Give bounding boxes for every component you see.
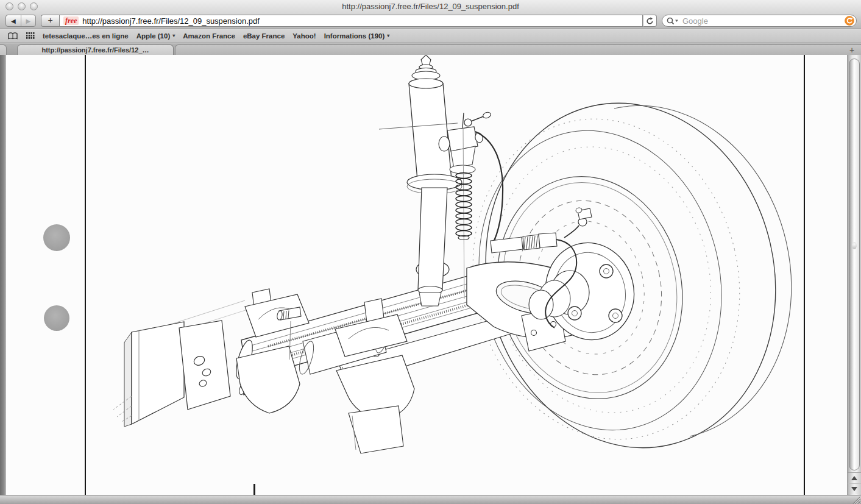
shock-absorber xyxy=(407,55,462,306)
address-bar[interactable]: free http://passionj7.free.fr/Files/12_0… xyxy=(59,15,643,27)
chassis-mounting xyxy=(113,300,247,427)
bookmarks-bar: tetesaclaque…es en ligne Apple (10) ▾ Am… xyxy=(0,29,861,43)
bookmark-item-ebay-france[interactable]: eBay France xyxy=(243,32,285,40)
window-controls xyxy=(5,2,38,10)
address-url: http://passionj7.free.fr/Files/12_09_sus… xyxy=(82,16,260,26)
search-icon xyxy=(667,17,679,25)
grid-icon xyxy=(26,32,35,39)
bookmark-item-amazon-france[interactable]: Amazon France xyxy=(183,32,235,40)
toolbar: ◀ ▶ + free http://passionj7.free.fr/File… xyxy=(0,13,861,29)
status-bar xyxy=(0,495,861,504)
reload-button[interactable] xyxy=(643,15,657,27)
bookmark-item-tetesaclaque[interactable]: tetesaclaque…es en ligne xyxy=(43,32,129,40)
bookmark-folder-apple[interactable]: Apple (10) ▾ xyxy=(136,32,175,40)
search-input[interactable]: Google xyxy=(662,15,857,27)
browser-window: http://passionj7.free.fr/Files/12_09_sus… xyxy=(0,0,861,504)
title-bar: http://passionj7.free.fr/Files/12_09_sus… xyxy=(0,0,861,13)
scroll-down-button[interactable] xyxy=(848,483,861,494)
zoom-button[interactable] xyxy=(30,2,38,10)
scroll-up-button[interactable] xyxy=(848,472,861,483)
address-group: + free http://passionj7.free.fr/Files/12… xyxy=(41,15,657,27)
snapback-icon[interactable] xyxy=(845,16,854,26)
show-all-bookmarks-button[interactable] xyxy=(7,32,18,40)
window-title: http://passionj7.free.fr/Files/12_09_sus… xyxy=(55,0,806,13)
search-placeholder: Google xyxy=(682,16,842,26)
book-icon xyxy=(7,32,18,40)
viewport-left-edge xyxy=(0,55,6,495)
scrollbar-thumb[interactable] xyxy=(849,59,860,470)
bookmark-item-yahoo[interactable]: Yahoo! xyxy=(292,32,316,40)
add-bookmark-button[interactable]: + xyxy=(41,15,59,27)
forward-button[interactable]: ▶ xyxy=(21,15,36,26)
pdf-viewport xyxy=(0,55,861,495)
top-sites-button[interactable] xyxy=(26,32,35,39)
new-tab-button[interactable]: + xyxy=(846,45,857,55)
minimize-button[interactable] xyxy=(18,2,26,10)
close-button[interactable] xyxy=(5,2,13,10)
reload-icon xyxy=(646,17,654,25)
bookmark-folder-informations[interactable]: Informations (190) ▾ xyxy=(324,32,390,40)
back-button[interactable]: ◀ xyxy=(6,15,21,26)
suspension-drawing xyxy=(6,55,847,495)
site-favicon: free xyxy=(63,16,79,25)
history-nav-group: ◀ ▶ xyxy=(5,15,36,27)
vertical-scrollbar[interactable] xyxy=(847,55,861,495)
resize-grip[interactable] xyxy=(852,496,860,504)
chevron-down-icon: ▾ xyxy=(387,33,389,38)
chevron-down-icon: ▾ xyxy=(172,33,175,38)
tab-edge-stub xyxy=(0,44,7,55)
tab-active[interactable]: http://passionj7.free.fr/Files/12_… xyxy=(17,44,174,55)
tab-bar: http://passionj7.free.fr/Files/12_… + xyxy=(0,43,861,55)
tab-bar-empty-area: + xyxy=(175,44,861,55)
scrollbar-dimple xyxy=(852,242,857,249)
